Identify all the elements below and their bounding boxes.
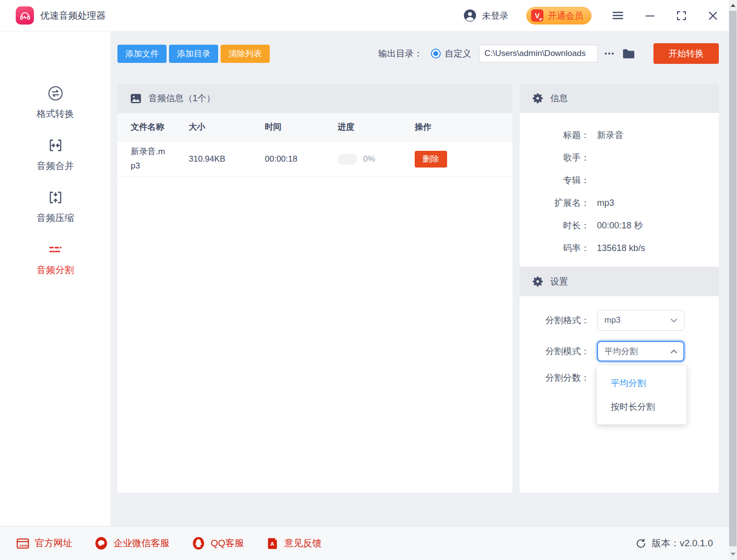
dropdown-option-duration-split[interactable]: 按时长分割 [597, 395, 686, 419]
settings-fields: 分割格式： mp3 分割模式： 平均分割 [520, 296, 719, 493]
column-header-filename: 文件名称 [117, 121, 189, 133]
table-header: 文件名称 大小 时间 进度 操作 [117, 113, 512, 141]
split-format-row: 分割格式： mp3 [520, 310, 719, 331]
version-area: 版本：v2.0.1.0 [635, 537, 713, 550]
qq-service-icon [191, 536, 206, 551]
chevron-up-icon [671, 349, 677, 354]
svg-text:.com: .com [19, 543, 28, 547]
toolbar: 添加文件 添加目录 清除列表 输出目录： 自定义 C:\Users\admin\… [117, 43, 719, 64]
sidebar-item-label: 格式转换 [37, 108, 74, 120]
maximize-icon [676, 10, 687, 22]
scroll-up-arrow[interactable] [729, 1, 737, 9]
version-label: 版本：v2.0.1.0 [652, 537, 713, 550]
footer: .com 官方网址 企业微信客服 QQ客服 A [0, 526, 729, 560]
split-format-label: 分割格式： [520, 314, 590, 326]
info-panel-title: 信息 [550, 92, 568, 104]
menu-button[interactable] [611, 9, 624, 22]
split-format-select[interactable]: mp3 [597, 310, 684, 331]
close-button[interactable] [707, 10, 719, 22]
svg-text:A: A [270, 541, 274, 547]
gear-icon [532, 92, 544, 104]
clear-list-button[interactable]: 清除列表 [221, 45, 270, 63]
footer-link-label: QQ客服 [211, 537, 244, 550]
sidebar-item-audio-merge[interactable]: 音频合并 [37, 137, 74, 172]
file-size-cell: 310.94KB [189, 154, 265, 164]
scrollbar-thumb[interactable] [729, 11, 737, 546]
scroll-down-arrow[interactable] [729, 550, 737, 558]
delete-file-button[interactable]: 删除 [415, 151, 447, 168]
minimize-icon [644, 10, 656, 22]
add-directory-button[interactable]: 添加目录 [169, 45, 218, 63]
user-avatar-icon [463, 9, 477, 22]
start-convert-button[interactable]: 开始转换 [653, 43, 719, 64]
footer-link-label: 企业微信客服 [113, 537, 170, 550]
dropdown-option-average-split[interactable]: 平均分割 [597, 371, 686, 395]
qq-service-link[interactable]: QQ客服 [191, 536, 244, 551]
details-panel: 信息 标题： 新录音 歌手： 专辑： [520, 84, 719, 493]
split-mode-row: 分割模式： 平均分割 [520, 341, 719, 362]
feedback-link[interactable]: A 意见反馈 [266, 536, 322, 550]
custom-dir-label: 自定义 [445, 48, 471, 59]
file-list-panel: 音频信息（1个） 文件名称 大小 时间 进度 操作 新录音.mp3 310.94… [117, 84, 512, 493]
sidebar-item-label: 音频合并 [37, 160, 74, 172]
gear-icon [532, 276, 544, 287]
vip-icon: VIP [531, 9, 543, 22]
sidebar: 格式转换 音频合并 音频压缩 [0, 31, 111, 526]
folder-icon [622, 47, 636, 61]
sidebar-item-format-convert[interactable]: 格式转换 [37, 84, 74, 120]
sidebar-item-label: 音频分割 [37, 264, 74, 277]
refresh-icon [635, 538, 647, 549]
file-time-cell: 00:00:18 [265, 154, 338, 164]
output-dir-label: 输出目录： [378, 48, 423, 59]
info-row-bitrate: 码率： 135618 kb/s [520, 237, 719, 259]
compress-icon [47, 189, 64, 206]
app-logo [16, 6, 34, 25]
split-mode-select[interactable]: 平均分割 [597, 341, 684, 362]
title-bar: 优速音频处理器 未登录 VIP 开通会员 [0, 0, 729, 31]
wechat-service-link[interactable]: 企业微信客服 [94, 536, 170, 551]
file-panel-title: 音频信息（1个） [148, 92, 215, 104]
app-window: 优速音频处理器 未登录 VIP 开通会员 [0, 0, 729, 560]
settings-panel-title: 设置 [550, 276, 568, 287]
maximize-button[interactable] [676, 10, 687, 22]
column-header-size: 大小 [189, 121, 265, 133]
custom-dir-radio[interactable] [431, 49, 441, 58]
minimize-button[interactable] [644, 10, 656, 22]
official-site-link[interactable]: .com 官方网址 [16, 536, 72, 551]
split-icon [47, 241, 64, 258]
table-empty-area [117, 177, 512, 493]
info-fields: 标题： 新录音 歌手： 专辑： 扩展名： m [520, 113, 719, 267]
merge-icon [47, 137, 64, 154]
sidebar-item-audio-split[interactable]: 音频分割 [37, 241, 74, 277]
sidebar-item-audio-compress[interactable]: 音频压缩 [37, 189, 74, 224]
split-mode-label: 分割模式： [520, 345, 590, 357]
split-mode-dropdown-menu: 平均分割 按时长分割 [597, 365, 686, 424]
output-path-input[interactable]: C:\Users\admin\Downloads [479, 45, 598, 62]
wechat-service-icon [94, 536, 109, 551]
split-count-label: 分割分数： [520, 372, 590, 384]
convert-icon [47, 84, 64, 102]
info-row-album: 专辑： [520, 169, 719, 192]
column-header-progress: 进度 [338, 121, 415, 133]
progress-percent: 0% [363, 154, 375, 164]
info-row-title: 标题： 新录音 [520, 124, 719, 146]
file-name-cell: 新录音.mp3 [117, 145, 189, 172]
browse-folder-button[interactable] [622, 47, 636, 61]
vip-button-label: 开通会员 [548, 10, 583, 22]
info-row-duration: 时长： 00:00:18 秒 [520, 214, 719, 237]
vertical-scrollbar[interactable] [729, 0, 737, 560]
file-panel-header: 音频信息（1个） [117, 84, 512, 113]
info-row-artist: 歌手： [520, 146, 719, 169]
column-header-action: 操作 [415, 121, 512, 133]
feedback-icon: A [266, 536, 280, 550]
audio-info-icon [130, 92, 142, 105]
open-vip-button[interactable]: VIP 开通会员 [526, 7, 592, 25]
table-row: 新录音.mp3 310.94KB 00:00:18 0% 删除 [117, 141, 512, 177]
info-panel-header: 信息 [520, 84, 719, 113]
info-row-extension: 扩展名： mp3 [520, 192, 719, 214]
footer-link-label: 意见反馈 [284, 537, 322, 550]
add-file-button[interactable]: 添加文件 [117, 45, 167, 63]
user-area[interactable]: 未登录 [463, 9, 509, 22]
website-icon: .com [16, 536, 30, 551]
more-options-icon[interactable] [604, 50, 615, 57]
